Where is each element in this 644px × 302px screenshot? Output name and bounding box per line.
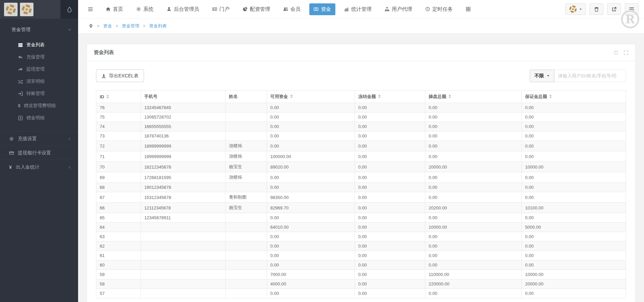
table-row[interactable]: 76132454678450.000.000.000.00 bbox=[96, 103, 626, 112]
table-cell: 杨宝生 bbox=[225, 162, 267, 172]
sidebar-item-share[interactable]: 提现管理 bbox=[0, 63, 78, 75]
table-row[interactable]: 597000.000.00110000.0010000.00 bbox=[96, 270, 626, 279]
table-cell: 19999999999 bbox=[141, 151, 225, 162]
table-cell: 19012345678 bbox=[141, 183, 225, 192]
nav-item-grid[interactable] bbox=[461, 4, 475, 14]
nav-item-user[interactable]: 后台管理员 bbox=[162, 3, 204, 15]
table-cell: 0.00 bbox=[267, 172, 355, 183]
nav-item-users[interactable]: 会员 bbox=[279, 3, 305, 15]
column-header[interactable]: ID bbox=[96, 91, 141, 103]
table-row[interactable]: 620.000.000.000.00 bbox=[96, 242, 626, 251]
table-cell: 0.00 bbox=[355, 141, 425, 151]
sidebar-item-reply[interactable]: 充值管理 bbox=[0, 51, 78, 63]
sort-icon[interactable] bbox=[378, 94, 381, 98]
panel-tools bbox=[614, 50, 628, 55]
nav-item-sitemap[interactable]: 用户代理 bbox=[380, 3, 416, 15]
table-row[interactable]: 584000.000.00220000.0020000.00 bbox=[96, 279, 626, 289]
column-header[interactable]: 操盘总额 bbox=[425, 91, 522, 103]
table-cell bbox=[225, 289, 267, 298]
sidebar-item-table-list[interactable]: 资金列表 bbox=[0, 39, 78, 51]
table-row[interactable]: 6715312345678青和勒图98350.000.000.000.00 bbox=[96, 192, 626, 203]
id-card-icon bbox=[212, 7, 217, 11]
breadcrumb-link[interactable]: 资金 bbox=[103, 23, 112, 29]
table-row[interactable]: 7218999999999游棣炜0.000.000.000.00 bbox=[96, 141, 626, 151]
table-cell: 0.00 bbox=[425, 122, 522, 131]
nav-item-money[interactable]: 资金 bbox=[309, 3, 335, 15]
table-cell: 杨宝生 bbox=[225, 203, 267, 213]
toolbar: 导出EXCEL表 不限 bbox=[96, 70, 626, 82]
filter-dropdown[interactable]: 不限 bbox=[530, 70, 554, 82]
sidebar-section-gear[interactable]: 充值设置 bbox=[0, 131, 78, 146]
gear-icon bbox=[9, 136, 14, 141]
table-cell bbox=[225, 112, 267, 122]
sign-in-icon bbox=[18, 91, 23, 96]
table-row[interactable]: 65123456789110.000.000.000.00 bbox=[96, 213, 626, 223]
yen-icon: ¥ bbox=[9, 165, 12, 170]
table-body: 76132454678450.000.000.000.0075130657287… bbox=[96, 103, 626, 298]
nav-item-gear[interactable]: 系统 bbox=[132, 3, 158, 15]
table-cell: 0.00 bbox=[355, 103, 425, 112]
table-row[interactable]: 600.000.000.000.00 bbox=[96, 260, 626, 270]
expand-icon[interactable] bbox=[624, 50, 628, 55]
sort-icon[interactable] bbox=[448, 94, 451, 98]
sidebar-item-dollar[interactable]: $赠送管理费明细 bbox=[0, 100, 78, 112]
nav-item-pie-chart[interactable]: 配资管理 bbox=[238, 3, 275, 15]
sidebar-item-plus-square[interactable]: 赠金明细 bbox=[0, 112, 78, 124]
avatar bbox=[569, 5, 577, 13]
table-cell bbox=[225, 242, 267, 251]
sitemap-icon bbox=[385, 7, 389, 11]
column-header[interactable]: 保证金总额 bbox=[522, 91, 626, 103]
search-input[interactable] bbox=[554, 70, 626, 82]
column-label: 冻结金额 bbox=[358, 94, 376, 99]
refresh-icon[interactable] bbox=[614, 50, 618, 55]
chevron-left-icon bbox=[68, 166, 71, 169]
sort-icon[interactable] bbox=[549, 94, 552, 98]
table-row[interactable]: 6917268181595游棣炜0.000.000.000.00 bbox=[96, 172, 626, 183]
hamburger-menu-icon[interactable] bbox=[88, 7, 93, 12]
sidebar-group-label: 资金管理 bbox=[11, 27, 30, 33]
table-row[interactable]: 6612112345678杨宝生82969.700.0020200.001010… bbox=[96, 203, 626, 213]
table-row[interactable]: 68190123456780.000.000.000.00 bbox=[96, 183, 626, 192]
table-row[interactable]: 7119999999999游棣炜100000.000.000.000.00 bbox=[96, 151, 626, 162]
table-cell: 0.00 bbox=[355, 183, 425, 192]
column-header[interactable]: 可用资金 bbox=[267, 91, 355, 103]
sidebar-item-sign-in[interactable]: 转账管理 bbox=[0, 87, 78, 100]
table-row[interactable]: 630.000.000.000.00 bbox=[96, 232, 626, 242]
sidebar-group-funds[interactable]: 资金管理 bbox=[0, 19, 78, 39]
sidebar-section-credit-card[interactable]: 提现银行卡设置 bbox=[0, 146, 78, 160]
trash-button[interactable] bbox=[590, 3, 603, 15]
sidebar-item-shuffle[interactable]: 清算明细 bbox=[0, 75, 78, 87]
sidebar-item-label: 转账管理 bbox=[26, 91, 45, 97]
column-header[interactable]: 冻结金额 bbox=[355, 91, 425, 103]
table-row[interactable]: 610.000.000.000.00 bbox=[96, 251, 626, 260]
nav-item-clock[interactable]: 定时任务 bbox=[421, 3, 457, 15]
sort-icon[interactable] bbox=[290, 94, 293, 98]
table-row[interactable]: 74166555555550.000.000.000.00 bbox=[96, 122, 626, 131]
export-excel-button[interactable]: 导出EXCEL表 bbox=[96, 70, 144, 82]
nav-item-home[interactable]: 首页 bbox=[101, 3, 127, 15]
breadcrumb-link[interactable]: 资金管理 bbox=[122, 23, 139, 29]
table-cell: 0.00 bbox=[267, 131, 355, 141]
table-cell: 0.00 bbox=[355, 251, 425, 260]
table-row[interactable]: 7318787401360.000.000.000.00 bbox=[96, 131, 626, 141]
nav-item-id-card[interactable]: 门户 bbox=[208, 3, 234, 15]
table-cell: 16655555555 bbox=[141, 122, 225, 131]
table-cell: 0.00 bbox=[522, 232, 626, 242]
table-row[interactable]: 570.000.000.000.00 bbox=[96, 289, 626, 298]
table-cell: 0.00 bbox=[267, 242, 355, 251]
nav-item-bar-chart[interactable]: 统计管理 bbox=[340, 3, 376, 15]
map-pin-icon bbox=[89, 24, 93, 28]
table-row[interactable]: 7018212345678杨宝生89020.000.0020000.001000… bbox=[96, 162, 626, 172]
page-title: 资金列表 bbox=[94, 49, 114, 56]
sidebar-section-yen[interactable]: ¥出入金统计 bbox=[0, 160, 78, 174]
table-cell: 0.00 bbox=[425, 232, 522, 242]
table-row[interactable]: 6464010.000.0010000.005000.00 bbox=[96, 223, 626, 232]
sort-icon[interactable] bbox=[106, 95, 109, 99]
table-row[interactable]: 75130657287020.000.000.000.00 bbox=[96, 112, 626, 122]
breadcrumb-link[interactable]: 资金列表 bbox=[149, 23, 167, 29]
table-cell: 62 bbox=[96, 242, 141, 251]
user-avatar-dropdown[interactable] bbox=[565, 3, 586, 15]
external-link-button[interactable] bbox=[607, 3, 621, 15]
nav-item-label: 用户代理 bbox=[392, 6, 412, 12]
nav-item-label: 门户 bbox=[219, 6, 230, 12]
